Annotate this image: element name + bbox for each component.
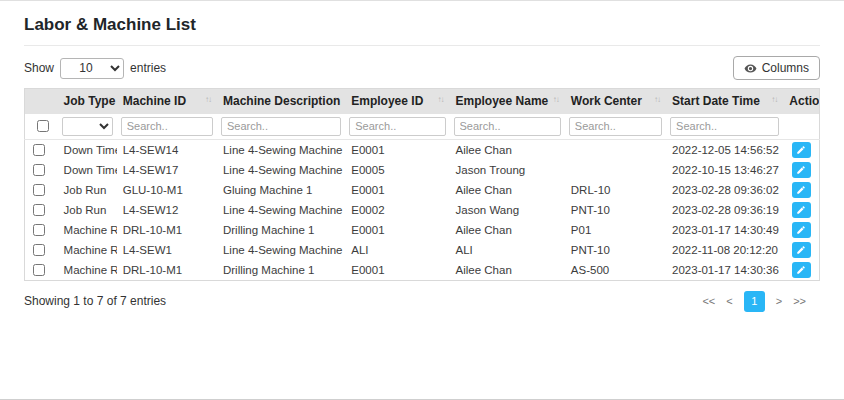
edit-button[interactable] (792, 162, 811, 178)
pencil-icon (796, 185, 806, 195)
machine-description-search-input[interactable] (221, 117, 341, 136)
cell-job-type: Machine Run (58, 240, 117, 260)
cell-start-date-time: 2023-02-28 09:36:19 (666, 200, 783, 220)
cell-start-date-time: 2022-11-08 20:12:20 (666, 240, 783, 260)
edit-button[interactable] (792, 222, 811, 238)
columns-button[interactable]: Columns (733, 56, 820, 80)
column-header-employee-id[interactable]: ↑↓Employee ID (345, 89, 449, 114)
pagination: << < 1 > >> (702, 291, 806, 312)
cell-start-date-time: 2023-01-17 14:30:36 (666, 260, 783, 281)
cell-start-date-time: 2023-01-17 14:30:49 (666, 220, 783, 240)
row-checkbox[interactable] (33, 264, 45, 276)
column-header-action: Action (783, 89, 819, 114)
cell-job-type: Machine Run (58, 220, 117, 240)
page-length-control: Show 10 entries (24, 58, 166, 79)
pagination-next-button[interactable]: > (776, 295, 782, 307)
cell-job-type: Down Time (58, 160, 117, 180)
table-toolbar: Show 10 entries Columns (24, 56, 820, 80)
table-row: Job Run L4-SEW12 Line 4-Sewing Machine 1… (25, 200, 820, 220)
job-type-filter-select[interactable] (62, 117, 113, 136)
cell-start-date-time: 2023-02-28 09:36:02 (666, 180, 783, 200)
cell-work-center: PNT-10 (565, 240, 666, 260)
table-row: Machine Run DRL-10-M1 Drilling Machine 1… (25, 260, 820, 281)
cell-start-date-time: 2022-12-05 14:56:52 (666, 139, 783, 160)
work-center-search-input[interactable] (569, 117, 662, 136)
sort-icon[interactable]: ↑↓ (438, 95, 444, 104)
column-header-work-center[interactable]: ↑↓Work Center (565, 89, 666, 114)
cell-employee-name: Ailee Chan (450, 260, 565, 281)
cell-machine-id: L4-SEW14 (117, 139, 217, 160)
select-all-header (25, 89, 58, 114)
cell-job-type: Job Run (58, 200, 117, 220)
cell-machine-description: Line 4-Sewing Machine 14 (217, 139, 345, 160)
cell-job-type: Machine Run (58, 260, 117, 281)
labor-machine-list-page: Labor & Machine List Show 10 entries Col… (0, 1, 844, 312)
edit-button[interactable] (792, 142, 811, 158)
table-row: Machine Run L4-SEW1 Line 4-Sewing Machin… (25, 240, 820, 260)
columns-button-label: Columns (762, 61, 809, 75)
pagination-first-button[interactable]: << (702, 295, 715, 307)
cell-machine-description: Line 4-Sewing Machine 12 (217, 200, 345, 220)
edit-button[interactable] (792, 242, 811, 258)
table-row: Down Time L4-SEW17 Line 4-Sewing Machine… (25, 160, 820, 180)
column-header-job-type[interactable]: ↑↓Job Type (58, 89, 117, 114)
column-header-machine-id[interactable]: ↑↓Machine ID (117, 89, 217, 114)
employee-id-search-input[interactable] (349, 117, 445, 136)
cell-employee-id: ALI (345, 240, 449, 260)
cell-machine-id: L4-SEW17 (117, 160, 217, 180)
row-checkbox[interactable] (33, 244, 45, 256)
page-size-select[interactable]: 10 (60, 58, 124, 79)
show-label: Show (24, 61, 54, 75)
sort-icon[interactable]: ↑↓ (553, 95, 559, 104)
cell-work-center: PNT-10 (565, 200, 666, 220)
table-filter-row (25, 114, 820, 140)
sort-icon[interactable]: ↑↓ (205, 95, 211, 104)
cell-work-center (565, 160, 666, 180)
sort-icon[interactable]: ↑↓ (771, 95, 777, 104)
machine-id-search-input[interactable] (121, 117, 213, 136)
select-all-checkbox[interactable] (37, 120, 49, 132)
cell-work-center (565, 139, 666, 160)
row-checkbox[interactable] (33, 184, 45, 196)
employee-name-search-input[interactable] (454, 117, 561, 136)
cell-employee-id: E0001 (345, 220, 449, 240)
row-checkbox[interactable] (33, 144, 45, 156)
pagination-last-button[interactable]: >> (793, 295, 806, 307)
cell-work-center: AS-500 (565, 260, 666, 281)
row-checkbox[interactable] (33, 224, 45, 236)
row-checkbox[interactable] (33, 204, 45, 216)
cell-machine-description: Line 4-Sewing Machine 1 (217, 240, 345, 260)
cell-work-center: P01 (565, 220, 666, 240)
pagination-prev-button[interactable]: < (726, 295, 732, 307)
sort-icon[interactable]: ↑↓ (654, 95, 660, 104)
pencil-icon (796, 245, 806, 255)
cell-employee-name: ALI (450, 240, 565, 260)
pencil-icon (796, 165, 806, 175)
column-header-machine-description[interactable]: ↑↓Machine Description (217, 89, 345, 114)
cell-machine-description: Drilling Machine 1 (217, 260, 345, 281)
cell-machine-id: DRL-10-M1 (117, 220, 217, 240)
pencil-icon (796, 225, 806, 235)
labor-machine-table: ↑↓Job Type ↑↓Machine ID ↑↓Machine Descri… (24, 88, 820, 281)
eye-icon (744, 62, 757, 75)
column-header-employee-name[interactable]: ↑↓Employee Name (450, 89, 565, 114)
table-header-row: ↑↓Job Type ↑↓Machine ID ↑↓Machine Descri… (25, 89, 820, 114)
cell-machine-id: L4-SEW12 (117, 200, 217, 220)
edit-button[interactable] (792, 202, 811, 218)
page-title: Labor & Machine List (24, 15, 820, 35)
edit-button[interactable] (792, 262, 811, 278)
column-header-start-date-time[interactable]: ↑↓Start Date Time (666, 89, 783, 114)
cell-machine-id: L4-SEW1 (117, 240, 217, 260)
pencil-icon (796, 265, 806, 275)
start-date-time-search-input[interactable] (670, 117, 779, 136)
cell-machine-id: DRL-10-M1 (117, 260, 217, 281)
edit-button[interactable] (792, 182, 811, 198)
pagination-page-1-button[interactable]: 1 (744, 291, 765, 312)
cell-machine-id: GLU-10-M1 (117, 180, 217, 200)
table-row: Down Time L4-SEW14 Line 4-Sewing Machine… (25, 139, 820, 160)
cell-employee-id: E0001 (345, 180, 449, 200)
row-checkbox[interactable] (33, 164, 45, 176)
cell-employee-name: Jason Troung (450, 160, 565, 180)
table-row: Job Run GLU-10-M1 Gluing Machine 1 E0001… (25, 180, 820, 200)
cell-employee-name: Ailee Chan (450, 139, 565, 160)
